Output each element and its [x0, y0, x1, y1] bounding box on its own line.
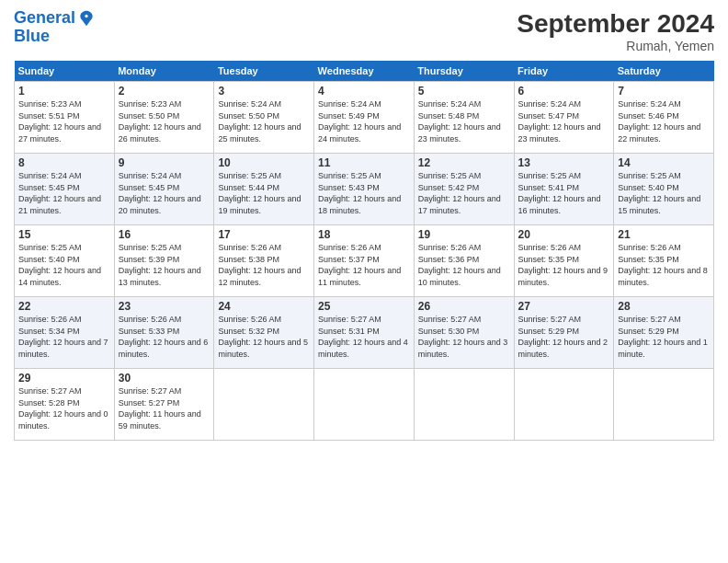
title-section: September 2024 Rumah, Yemen: [517, 9, 714, 53]
calendar-cell: 23 Sunrise: 5:26 AMSunset: 5:33 PMDaylig…: [114, 297, 214, 369]
header-friday: Friday: [514, 61, 614, 82]
day-detail: Sunrise: 5:23 AMSunset: 5:51 PMDaylight:…: [18, 98, 110, 144]
calendar-cell: 6 Sunrise: 5:24 AMSunset: 5:47 PMDayligh…: [514, 82, 614, 154]
calendar-cell: 30 Sunrise: 5:27 AMSunset: 5:27 PMDaylig…: [114, 369, 214, 441]
day-number: 22: [18, 300, 110, 313]
day-detail: Sunrise: 5:24 AMSunset: 5:49 PMDaylight:…: [318, 98, 410, 144]
day-number: 4: [318, 85, 410, 98]
calendar-cell: 26 Sunrise: 5:27 AMSunset: 5:30 PMDaylig…: [414, 297, 514, 369]
day-detail: Sunrise: 5:27 AMSunset: 5:29 PMDaylight:…: [618, 314, 710, 360]
day-number: 6: [518, 85, 610, 98]
day-detail: Sunrise: 5:27 AMSunset: 5:28 PMDaylight:…: [18, 385, 110, 431]
day-detail: Sunrise: 5:25 AMSunset: 5:41 PMDaylight:…: [518, 170, 610, 216]
month-title: September 2024: [517, 9, 714, 39]
day-detail: Sunrise: 5:26 AMSunset: 5:37 PMDaylight:…: [318, 242, 410, 288]
header-sunday: Sunday: [15, 61, 115, 82]
calendar-cell: [414, 369, 514, 441]
day-detail: Sunrise: 5:26 AMSunset: 5:33 PMDaylight:…: [119, 314, 210, 360]
day-number: 21: [618, 228, 710, 241]
calendar-cell: 13 Sunrise: 5:25 AMSunset: 5:41 PMDaylig…: [514, 154, 614, 225]
calendar-cell: 11 Sunrise: 5:25 AMSunset: 5:43 PMDaylig…: [314, 154, 415, 225]
day-detail: Sunrise: 5:26 AMSunset: 5:34 PMDaylight:…: [18, 314, 110, 360]
day-number: 5: [418, 85, 510, 98]
day-number: 24: [218, 300, 310, 313]
calendar-cell: 25 Sunrise: 5:27 AMSunset: 5:31 PMDaylig…: [314, 297, 415, 369]
day-detail: Sunrise: 5:24 AMSunset: 5:45 PMDaylight:…: [119, 170, 210, 216]
calendar-cell: 20 Sunrise: 5:26 AMSunset: 5:35 PMDaylig…: [514, 225, 614, 297]
day-number: 27: [518, 300, 610, 313]
day-detail: Sunrise: 5:26 AMSunset: 5:38 PMDaylight:…: [218, 242, 310, 288]
day-detail: Sunrise: 5:23 AMSunset: 5:50 PMDaylight:…: [119, 98, 210, 144]
day-detail: Sunrise: 5:25 AMSunset: 5:39 PMDaylight:…: [119, 242, 210, 288]
calendar-cell: [314, 369, 415, 441]
day-detail: Sunrise: 5:24 AMSunset: 5:45 PMDaylight:…: [18, 170, 110, 216]
calendar-table: Sunday Monday Tuesday Wednesday Thursday…: [14, 61, 714, 441]
logo: General Blue: [14, 9, 96, 46]
calendar-cell: 4 Sunrise: 5:24 AMSunset: 5:49 PMDayligh…: [314, 82, 415, 154]
calendar-cell: 3 Sunrise: 5:24 AMSunset: 5:50 PMDayligh…: [214, 82, 314, 154]
calendar-cell: 19 Sunrise: 5:26 AMSunset: 5:36 PMDaylig…: [414, 225, 514, 297]
day-number: 11: [318, 156, 410, 169]
calendar-cell: 22 Sunrise: 5:26 AMSunset: 5:34 PMDaylig…: [15, 297, 115, 369]
page: General Blue September 2024 Rumah, Yemen…: [0, 0, 728, 563]
day-number: 8: [18, 156, 110, 169]
day-detail: Sunrise: 5:26 AMSunset: 5:35 PMDaylight:…: [618, 242, 710, 288]
day-number: 23: [119, 300, 210, 313]
day-number: 19: [418, 228, 510, 241]
day-detail: Sunrise: 5:24 AMSunset: 5:47 PMDaylight:…: [518, 98, 610, 144]
day-number: 3: [218, 85, 310, 98]
day-detail: Sunrise: 5:25 AMSunset: 5:42 PMDaylight:…: [418, 170, 510, 216]
day-number: 7: [618, 85, 710, 98]
calendar-cell: 2 Sunrise: 5:23 AMSunset: 5:50 PMDayligh…: [114, 82, 214, 154]
location: Rumah, Yemen: [517, 39, 714, 53]
calendar-cell: 24 Sunrise: 5:26 AMSunset: 5:32 PMDaylig…: [214, 297, 314, 369]
day-number: 17: [218, 228, 310, 241]
day-number: 2: [119, 85, 210, 98]
calendar-cell: 10 Sunrise: 5:25 AMSunset: 5:44 PMDaylig…: [214, 154, 314, 225]
calendar-cell: 16 Sunrise: 5:25 AMSunset: 5:39 PMDaylig…: [114, 225, 214, 297]
calendar-cell: 21 Sunrise: 5:26 AMSunset: 5:35 PMDaylig…: [614, 225, 714, 297]
calendar-cell: 27 Sunrise: 5:27 AMSunset: 5:29 PMDaylig…: [514, 297, 614, 369]
calendar-cell: [514, 369, 614, 441]
calendar-cell: 18 Sunrise: 5:26 AMSunset: 5:37 PMDaylig…: [314, 225, 415, 297]
logo-text2: Blue: [14, 27, 50, 45]
day-number: 13: [518, 156, 610, 169]
day-detail: Sunrise: 5:25 AMSunset: 5:43 PMDaylight:…: [318, 170, 410, 216]
day-detail: Sunrise: 5:24 AMSunset: 5:50 PMDaylight:…: [218, 98, 310, 144]
calendar-cell: 28 Sunrise: 5:27 AMSunset: 5:29 PMDaylig…: [614, 297, 714, 369]
calendar-cell: 1 Sunrise: 5:23 AMSunset: 5:51 PMDayligh…: [15, 82, 115, 154]
day-number: 26: [418, 300, 510, 313]
header-tuesday: Tuesday: [214, 61, 314, 82]
calendar-cell: 29 Sunrise: 5:27 AMSunset: 5:28 PMDaylig…: [15, 369, 115, 441]
header-wednesday: Wednesday: [314, 61, 415, 82]
calendar-cell: 14 Sunrise: 5:25 AMSunset: 5:40 PMDaylig…: [614, 154, 714, 225]
day-detail: Sunrise: 5:25 AMSunset: 5:40 PMDaylight:…: [18, 242, 110, 288]
day-detail: Sunrise: 5:26 AMSunset: 5:36 PMDaylight:…: [418, 242, 510, 288]
header-thursday: Thursday: [414, 61, 514, 82]
day-number: 29: [18, 372, 110, 385]
logo-text: General: [14, 9, 75, 28]
day-number: 15: [18, 228, 110, 241]
calendar-cell: 15 Sunrise: 5:25 AMSunset: 5:40 PMDaylig…: [15, 225, 115, 297]
day-number: 30: [119, 372, 210, 385]
day-detail: Sunrise: 5:27 AMSunset: 5:29 PMDaylight:…: [518, 314, 610, 360]
day-detail: Sunrise: 5:24 AMSunset: 5:46 PMDaylight:…: [618, 98, 710, 144]
day-number: 16: [119, 228, 210, 241]
day-number: 28: [618, 300, 710, 313]
day-detail: Sunrise: 5:24 AMSunset: 5:48 PMDaylight:…: [418, 98, 510, 144]
day-number: 20: [518, 228, 610, 241]
day-detail: Sunrise: 5:27 AMSunset: 5:30 PMDaylight:…: [418, 314, 510, 360]
day-number: 10: [218, 156, 310, 169]
day-detail: Sunrise: 5:27 AMSunset: 5:31 PMDaylight:…: [318, 314, 410, 360]
day-detail: Sunrise: 5:27 AMSunset: 5:27 PMDaylight:…: [119, 385, 210, 431]
day-number: 1: [18, 85, 110, 98]
header-monday: Monday: [114, 61, 214, 82]
logo-icon: [77, 9, 96, 28]
day-number: 25: [318, 300, 410, 313]
day-number: 18: [318, 228, 410, 241]
header: General Blue September 2024 Rumah, Yemen: [14, 9, 714, 53]
day-number: 12: [418, 156, 510, 169]
calendar-cell: 9 Sunrise: 5:24 AMSunset: 5:45 PMDayligh…: [114, 154, 214, 225]
day-detail: Sunrise: 5:25 AMSunset: 5:40 PMDaylight:…: [618, 170, 710, 216]
day-number: 9: [119, 156, 210, 169]
